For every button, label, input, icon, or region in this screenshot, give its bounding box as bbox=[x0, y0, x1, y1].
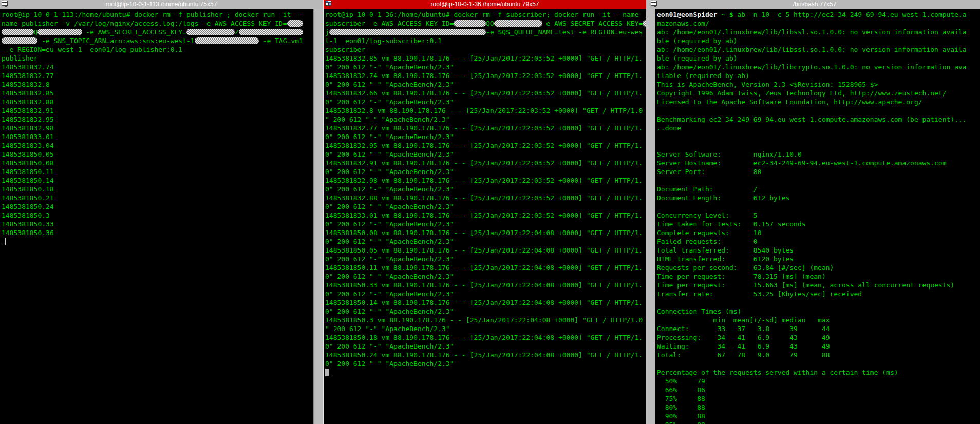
terminal-line: 1485381850.3 vm 88.190.178.176 - - [25/J… bbox=[325, 316, 646, 324]
terminal-line bbox=[657, 132, 980, 141]
terminal-text: 1485381832.91 vm 88.190.178.176 - - [25/… bbox=[325, 159, 643, 167]
terminal-line: Connect: 33 37 3.8 39 44 bbox=[657, 324, 980, 333]
terminal-line: 1485381832.8 bbox=[2, 80, 313, 89]
terminal-text: 75% 88 bbox=[657, 395, 705, 402]
terminal-text: -e TAG=vm1 bbox=[259, 37, 303, 45]
terminal-text: Server Software: nginx/1.10.0 bbox=[657, 150, 802, 158]
terminal-line: 1485381832.74 vm 88.190.178.176 - - [25/… bbox=[325, 71, 646, 80]
terminal-text: 95% 88 bbox=[657, 421, 705, 424]
window-menu-icon[interactable] bbox=[650, 1, 658, 8]
terminal-line: Time per request: 15.663 [ms] (mean, acr… bbox=[657, 281, 980, 290]
terminal-content-publisher[interactable]: root@ip-10-0-1-113:/home/ubuntu# docker … bbox=[0, 9, 313, 424]
terminal-line: 1485381850.08 vm 88.190.178.176 - - [25/… bbox=[325, 228, 646, 237]
terminal-line: 1485381833.01 vm 88.190.178.176 - - [25/… bbox=[325, 211, 646, 220]
terminal-line: Copyright 1996 Adam Twiss, Zeus Technolo… bbox=[657, 89, 980, 98]
terminal-text: 1485381833.01 bbox=[2, 133, 54, 141]
terminal-line: 80% 88 bbox=[657, 403, 980, 412]
terminal-text: 0" 200 612 "-" "ApacheBench/2.3" bbox=[325, 81, 454, 88]
terminal-text: Time per request: 78.315 [ms] (mean) bbox=[657, 273, 826, 280]
terminal-window-apachebench[interactable]: /bin/bash 77x57 eon01@eonSpider ~ $ ab -… bbox=[649, 0, 980, 424]
terminal-text: 1485381850.14 vm 88.190.178.176 - - [25/… bbox=[325, 299, 643, 306]
terminal-line: " 200 612 "-" "ApacheBench/2.3" bbox=[325, 115, 646, 124]
terminal-line: 0" 200 612 "-" "ApacheBench/2.3" bbox=[325, 150, 646, 159]
terminal-text: Q bbox=[34, 28, 38, 36]
terminal-line: Total transferred: 8540 bytes bbox=[657, 246, 980, 255]
terminal-line: Server Software: nginx/1.10.0 bbox=[657, 150, 980, 159]
terminal-line: 1485381850.33 vm 88.190.178.176 - - [25/… bbox=[325, 281, 646, 290]
terminal-text: 1485381832.74 bbox=[2, 63, 54, 71]
terminal-text: 80% 88 bbox=[657, 403, 705, 411]
terminal-text: ble (required by ab) bbox=[657, 54, 738, 62]
terminal-text: 1485381850.18 bbox=[2, 185, 54, 193]
terminal-text: ble (required by ab) bbox=[657, 37, 738, 45]
window-menu-icon[interactable] bbox=[325, 1, 332, 8]
terminal-text: name publisher -v /var/log/nginx/access.… bbox=[2, 20, 287, 27]
terminal-text: 1485381850.08 vm 88.190.178.176 - - [25/… bbox=[325, 229, 643, 237]
terminal-line: Requests per second: 63.84 [#/sec] (mean… bbox=[657, 263, 980, 272]
title-bar-subscriber[interactable]: root@ip-10-0-1-36:/home/ubuntu 79x57 bbox=[324, 0, 646, 9]
terminal-window-publisher[interactable]: root@ip-10-0-1-113:/home/ubuntu 75x57 ro… bbox=[0, 0, 323, 424]
terminal-text: Percentage of the requests served within… bbox=[657, 369, 898, 376]
terminal-text: 1485381832.88 bbox=[2, 98, 54, 106]
terminal-text: 1485381850.3 bbox=[2, 211, 50, 219]
terminal-line: Document Path: / bbox=[657, 185, 980, 194]
terminal-line: 1485381850.05 bbox=[2, 150, 313, 159]
terminal-line: 1485381850.21 bbox=[2, 194, 313, 202]
terminal-line: Server Hostname: ec2-34-249-69-94.eu-wes… bbox=[657, 159, 980, 167]
terminal-line: 1485381832.66 vm 88.190.178.176 - - [25/… bbox=[325, 89, 646, 98]
terminal-text: -e AWS_SECRET_ACCESS_KEY= bbox=[542, 20, 643, 27]
terminal-text: 1485381850.24 vm 88.190.178.176 - - [25/… bbox=[325, 351, 643, 359]
terminal-line: 1485381850.24 vm 88.190.178.176 - - [25/… bbox=[325, 351, 646, 359]
terminal-text: 1485381832.77 bbox=[2, 72, 54, 80]
title-bar-publisher[interactable]: root@ip-10-0-1-113:/home/ubuntu 75x57 bbox=[0, 0, 323, 9]
terminal-content-apachebench[interactable]: eon01@eonSpider ~ $ ab -n 10 -c 5 http:/… bbox=[655, 9, 980, 424]
terminal-text: ab: /home/eon01/.linuxbrew/lib/libssl.so… bbox=[657, 46, 967, 53]
terminal-line: Processing: 34 41 6.9 43 49 bbox=[657, 333, 980, 342]
terminal-window-subscriber[interactable]: root@ip-10-0-1-36:/home/ubuntu 79x57 roo… bbox=[323, 0, 649, 424]
window-menu-icon[interactable] bbox=[1, 1, 9, 8]
terminal-text: ilable (required by ab) bbox=[657, 72, 749, 80]
redacted-secret bbox=[195, 37, 259, 44]
terminal-text: -e REGION=eu-west-1 eon01/log-publisher:… bbox=[2, 46, 182, 53]
terminal-text: 1485381832.85 bbox=[2, 89, 54, 97]
terminal-line: 1485381832.98 bbox=[2, 124, 313, 132]
terminal-line: mazonaws.com/ bbox=[657, 19, 980, 28]
terminal-text: 1485381850.33 vm 88.190.178.176 - - [25/… bbox=[325, 281, 643, 289]
terminal-line: 0" 200 612 "-" "ApacheBench/2.3" bbox=[325, 98, 646, 106]
terminal-text: Connection Times (ms) bbox=[657, 307, 741, 315]
terminal-line: 1485381850.11 vm 88.190.178.176 - - [25/… bbox=[325, 263, 646, 272]
scrollbar[interactable] bbox=[649, 9, 655, 424]
terminal-text: t-1 eon01/log-subscriber:0.1 bbox=[325, 37, 442, 45]
prompt-symbol: $ bbox=[729, 11, 733, 18]
terminal-line bbox=[657, 298, 980, 307]
terminal-line: Waiting: 34 41 6.9 43 49 bbox=[657, 342, 980, 351]
terminal-line: 0" 200 612 "-" "ApacheBench/2.3" bbox=[325, 220, 646, 228]
terminal-text: Complete requests: 10 bbox=[657, 229, 762, 237]
terminal-line bbox=[2, 237, 313, 246]
terminal-text: Connect: 33 37 3.8 39 44 bbox=[657, 325, 830, 333]
terminal-text: 0" 200 612 "-" "ApacheBench/2.3" bbox=[325, 360, 454, 368]
terminal-text: 50% 79 bbox=[657, 377, 705, 385]
terminal-text: 0" 200 612 "-" "ApacheBench/2.3" bbox=[325, 342, 454, 350]
terminal-line: Q -e AWS_SECRET_ACCESS_KEY=Z bbox=[2, 28, 313, 36]
title-bar-apachebench[interactable]: /bin/bash 77x57 bbox=[649, 0, 980, 9]
terminal-line: 0" 200 612 "-" "ApacheBench/2.3" bbox=[325, 359, 646, 368]
terminal-line: 0" 200 612 "-" "ApacheBench/2.3" bbox=[325, 272, 646, 281]
terminal-line: 1485381832.77 bbox=[2, 71, 313, 80]
terminal-content-subscriber[interactable]: root@ip-10-0-1-36:/home/ubuntu# docker r… bbox=[324, 9, 646, 424]
terminal-line: Transfer rate: 53.25 [Kbytes/sec] receiv… bbox=[657, 290, 980, 298]
terminal-text: ab: /home/eon01/.linuxbrew/lib/libcrypto… bbox=[657, 63, 967, 71]
terminal-line: 1485381832.88 bbox=[2, 98, 313, 106]
terminal-text: Server Port: 80 bbox=[657, 168, 762, 176]
terminal-line: 0" 200 612 "-" "ApacheBench/2.3" bbox=[325, 255, 646, 263]
terminal-line: 1485381850.11 bbox=[2, 167, 313, 176]
terminal-line: 0" 200 612 "-" "ApacheBench/2.3" bbox=[325, 307, 646, 316]
terminal-line: 1485381850.18 vm 88.190.178.176 - - [25/… bbox=[325, 333, 646, 342]
terminal-text: ..done bbox=[657, 124, 681, 132]
terminal-text: " 200 612 "-" "ApacheBench/2.3" bbox=[325, 325, 450, 333]
terminal-line: min mean[+/-sd] median max bbox=[657, 316, 980, 324]
redacted-secret bbox=[329, 29, 486, 35]
terminal-text: Z bbox=[235, 28, 239, 36]
terminal-line: 1485381832.77 vm 88.190.178.176 - - [25/… bbox=[325, 124, 646, 132]
window-title: /bin/bash 77x57 bbox=[649, 0, 980, 9]
